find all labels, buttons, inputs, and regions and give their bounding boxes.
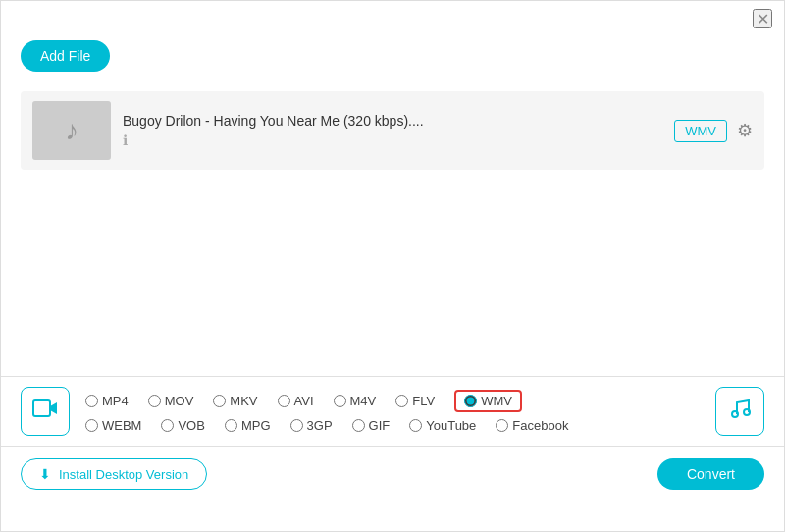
- format-option-webm[interactable]: WEBM: [85, 418, 141, 433]
- file-name: Bugoy Drilon - Having You Near Me (320 k…: [123, 113, 662, 129]
- radio-3gp[interactable]: [290, 419, 303, 432]
- radio-mp4[interactable]: [85, 395, 98, 407]
- footer: ⬇ Install Desktop Version Convert: [1, 446, 784, 502]
- download-icon: ⬇: [39, 466, 51, 482]
- file-actions: WMV ⚙: [674, 120, 753, 142]
- video-icon: [32, 398, 58, 425]
- convert-button[interactable]: Convert: [657, 458, 764, 490]
- format-row-1: MP4 MOV MKV AVI M4V FLV WMV: [85, 390, 700, 412]
- install-button[interactable]: ⬇ Install Desktop Version: [21, 458, 207, 490]
- format-option-flv[interactable]: FLV: [395, 394, 435, 408]
- radio-mpg[interactable]: [225, 419, 237, 432]
- format-option-youtube[interactable]: YouTube: [409, 418, 476, 433]
- format-option-mov[interactable]: MOV: [148, 394, 194, 408]
- content-area: [1, 180, 784, 376]
- format-option-gif[interactable]: GIF: [352, 418, 391, 433]
- file-info: Bugoy Drilon - Having You Near Me (320 k…: [123, 113, 662, 148]
- format-bar: MP4 MOV MKV AVI M4V FLV WMV: [1, 376, 784, 446]
- svg-marker-1: [50, 402, 57, 414]
- svg-point-2: [732, 411, 738, 417]
- radio-vob[interactable]: [161, 419, 174, 432]
- file-list: ♪ Bugoy Drilon - Having You Near Me (320…: [1, 81, 784, 180]
- radio-gif[interactable]: [352, 419, 365, 432]
- format-option-mpg[interactable]: MPG: [225, 418, 271, 433]
- radio-wmv[interactable]: [464, 395, 477, 407]
- music-thumbnail-icon: ♪: [65, 115, 78, 146]
- file-item: ♪ Bugoy Drilon - Having You Near Me (320…: [21, 91, 764, 170]
- format-option-wmv-selected[interactable]: WMV: [454, 390, 522, 412]
- audio-format-icon-area[interactable]: [715, 387, 764, 436]
- svg-rect-0: [33, 400, 50, 416]
- format-option-facebook[interactable]: Facebook: [496, 418, 568, 433]
- title-bar: ✕: [1, 1, 784, 36]
- format-option-m4v[interactable]: M4V: [334, 394, 377, 408]
- video-format-icon-area[interactable]: [21, 387, 70, 436]
- format-options: MP4 MOV MKV AVI M4V FLV WMV: [85, 390, 700, 433]
- format-option-mkv[interactable]: MKV: [213, 394, 257, 408]
- format-option-avi[interactable]: AVI: [278, 394, 314, 408]
- music-note-icon: [729, 397, 751, 426]
- add-file-button[interactable]: Add File: [21, 40, 110, 72]
- info-icon[interactable]: ℹ: [123, 133, 662, 148]
- format-row-2: WEBM VOB MPG 3GP GIF YouTube Facebook: [85, 418, 700, 433]
- format-option-vob[interactable]: VOB: [161, 418, 204, 433]
- gear-button[interactable]: ⚙: [737, 120, 753, 141]
- svg-point-3: [744, 409, 750, 415]
- radio-youtube[interactable]: [409, 419, 422, 432]
- radio-avi[interactable]: [278, 395, 290, 407]
- radio-mkv[interactable]: [213, 395, 226, 407]
- close-button[interactable]: ✕: [753, 9, 772, 28]
- radio-m4v[interactable]: [334, 395, 346, 407]
- format-option-wmv[interactable]: WMV: [464, 394, 512, 408]
- radio-flv[interactable]: [395, 395, 408, 407]
- install-label: Install Desktop Version: [59, 467, 188, 482]
- format-badge[interactable]: WMV: [674, 120, 727, 142]
- top-area: Add File: [1, 36, 784, 81]
- file-thumbnail: ♪: [32, 101, 111, 160]
- radio-facebook[interactable]: [496, 419, 508, 432]
- radio-mov[interactable]: [148, 395, 161, 407]
- radio-webm[interactable]: [85, 419, 98, 432]
- format-option-3gp[interactable]: 3GP: [290, 418, 333, 433]
- format-option-mp4[interactable]: MP4: [85, 394, 129, 408]
